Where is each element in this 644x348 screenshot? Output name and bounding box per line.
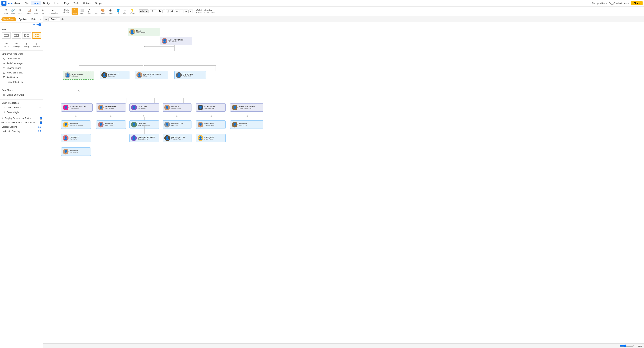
share-button[interactable]: Share xyxy=(631,1,642,5)
create-sub-chart-item[interactable]: ⊕ Create Sub-Chart xyxy=(2,93,41,97)
menu-page[interactable]: Page xyxy=(62,1,72,5)
add-assistant-item[interactable]: ⊕ Add Assistant xyxy=(2,56,41,61)
font-color-button[interactable]: A xyxy=(184,10,188,13)
menu-insert[interactable]: Insert xyxy=(52,1,62,5)
strikethrough-button[interactable]: S xyxy=(170,10,174,13)
public-relations-node[interactable]: 👤 PUBLIC RELATIONS Ernest Hernandez xyxy=(230,103,264,112)
font-size-input[interactable] xyxy=(150,10,157,13)
grounds-node[interactable]: 👤 GROUNDS Kate Bush-White xyxy=(130,120,159,129)
zoom-out-icon[interactable]: − xyxy=(617,345,618,347)
help-link[interactable]: Help xyxy=(33,23,38,26)
graduate-node[interactable]: 👤 GRADUATE STUDIES Marvin Lee xyxy=(135,71,168,79)
styles-button[interactable]: 🎨 Styles xyxy=(100,8,106,15)
italic-button[interactable]: I xyxy=(162,10,166,13)
page1-tab[interactable]: Page 1 xyxy=(48,18,60,21)
building-services-node[interactable]: 👤 BUILDING SERVICES Cassie Bonne xyxy=(130,134,159,142)
dean-node[interactable]: 👤 DEAN Peter Murphy xyxy=(128,28,160,36)
bullet-button[interactable]: ≡ Bullet xyxy=(196,9,202,11)
fill-button[interactable]: 🪣 Fill xyxy=(115,8,121,15)
menu-home[interactable]: Home xyxy=(31,1,41,5)
add-page-button[interactable]: ⊕ xyxy=(60,18,64,21)
bold-button[interactable]: B xyxy=(158,10,162,13)
finance-node[interactable]: 👤 FINANCE Lydia Chance xyxy=(163,103,192,112)
font-family-select[interactable]: Arial xyxy=(138,9,148,13)
panel-close-button[interactable]: ✕ xyxy=(39,18,42,21)
menu-support[interactable]: Support xyxy=(93,1,105,5)
controller-node[interactable]: 👤 CONTROLLER Henry Hill xyxy=(163,120,192,129)
add-picture-item[interactable]: 🖼 Add Picture xyxy=(2,75,41,80)
deans-office-node[interactable]: 👤 DEAN'S OFFICE Mike Fox xyxy=(63,71,94,80)
menu-table[interactable]: Table xyxy=(72,1,81,5)
auxiliary-title: AUXILIARY STAFF xyxy=(168,39,184,41)
help-icon[interactable]: ? xyxy=(38,23,41,26)
add-down-button[interactable]: ↓ Add Down xyxy=(32,41,41,48)
use-ctrl-arrows-checkbox[interactable] xyxy=(40,121,42,124)
chart-direction-item[interactable]: ↕ Chart Direction ▾ xyxy=(2,105,41,110)
president4-node[interactable]: 👤 PRESIDENT Star Matson xyxy=(61,147,91,156)
facilities-content: FACILITIES Silvia Lewis xyxy=(138,106,147,109)
select-button[interactable]: ↖ Select xyxy=(72,8,78,15)
underline-button[interactable]: U xyxy=(166,10,170,13)
academic-affairs-node[interactable]: 👤 ACADEMIC AFFAIRS Kate Williams xyxy=(61,103,92,112)
add-right-button[interactable]: → Add Right xyxy=(12,41,21,48)
use-ctrl-arrows-item[interactable]: ⌨ Use Ctrl+Arrows to Add Shapes xyxy=(0,120,43,125)
paste-button[interactable]: 📋 Paste xyxy=(26,8,32,15)
build-layout-2[interactable] xyxy=(12,32,21,39)
branch-style-item[interactable]: ⑂ Branch Style ▾ xyxy=(2,110,41,115)
president2-node[interactable]: 👤 PRESIDENT Robin Short xyxy=(96,120,126,129)
add-up-button[interactable]: ↑ Add Up xyxy=(22,41,31,48)
zoom-in-icon[interactable]: + xyxy=(635,345,636,347)
facilities-node[interactable]: 👤 FACILITIES Silvia Lewis xyxy=(130,103,159,112)
menu-file[interactable]: File xyxy=(23,1,30,5)
build-layout-3[interactable] xyxy=(22,32,31,39)
export-button[interactable]: ⬆ Export xyxy=(2,8,9,15)
symbols-tab[interactable]: Symbols xyxy=(17,17,29,21)
president6-node[interactable]: 👤 PRESIDENT Billy Cordan xyxy=(230,120,264,129)
effects-button[interactable]: ✨ Effects xyxy=(128,8,136,15)
superscript-button[interactable]: x² xyxy=(174,10,179,13)
community-node[interactable]: 👤 COMMUNITY Lou Silva xyxy=(100,71,130,79)
align-button[interactable]: ⊞ Align xyxy=(196,12,202,14)
president7-node[interactable]: 👤 PRESIDENT Dylan Forth xyxy=(196,134,226,142)
build-layout-1[interactable] xyxy=(2,32,11,39)
print-button[interactable]: 🖨 Print xyxy=(16,8,23,15)
development-node[interactable]: 👤 DEVELOPMENT Holly Greene xyxy=(96,103,126,112)
make-same-size-item[interactable]: ⊞ Make Same Size xyxy=(2,70,41,75)
display-smartaction-item[interactable]: ⊞ Display SmartAction Buttons xyxy=(0,116,43,120)
add-co-manager-item[interactable]: ⊕ Add Co-Manager xyxy=(2,61,41,66)
format-painter-button[interactable]: 🖌 Format Painter xyxy=(46,8,60,15)
text-button[interactable]: T Text xyxy=(93,8,99,15)
exhibitions-node[interactable]: 👤 EXHIBITIONS Jason Patrick xyxy=(196,103,226,112)
president5-node[interactable]: 👤 PRESIDENT Sydney Small xyxy=(196,120,226,129)
auxiliary-node[interactable]: 👤 AUXILIARY STAFF Ronald Cox xyxy=(160,37,192,45)
tab-prev-arrow[interactable]: ◀ xyxy=(44,18,48,21)
cut-button[interactable]: ✂ Cut xyxy=(40,8,46,15)
programs-node[interactable]: 👤 PROGRAMS Phillip Bert xyxy=(174,71,206,79)
copy-button[interactable]: ⎘ Copy xyxy=(33,8,39,15)
finance-office-node[interactable]: 👤 FINANCE OFFICE Fiona Anderson xyxy=(163,134,192,142)
undo-button[interactable]: ↩ Undo xyxy=(62,9,69,11)
spacing-button[interactable]: ↕ Spacing xyxy=(204,9,217,11)
display-smartaction-checkbox[interactable] xyxy=(40,117,42,119)
themes-button[interactable]: ◈ Themes xyxy=(106,8,114,15)
menu-design[interactable]: Design xyxy=(41,1,52,5)
redo-button[interactable]: ↪ Redo xyxy=(62,11,69,13)
line2-button[interactable]: ─ Line xyxy=(122,8,128,15)
line-button[interactable]: ╱ Line xyxy=(86,8,92,15)
font-clear-button[interactable]: ✕ xyxy=(188,10,193,13)
text-direction-button[interactable]: ↔ Text Direction xyxy=(204,12,217,14)
smartpanel-tab[interactable]: SmartPanel xyxy=(2,17,16,21)
president3-node[interactable]: 👤 PRESIDENT Ilya Misha xyxy=(61,134,91,142)
share-toolbar-button[interactable]: 🔗 Share xyxy=(10,8,16,15)
change-shape-item[interactable]: ⬡ Change Shape ▾ xyxy=(2,66,41,70)
president1-node[interactable]: 👤 PRESIDENT Melissa McGroom xyxy=(61,120,91,129)
menu-options[interactable]: Options xyxy=(81,1,93,5)
add-left-button[interactable]: ← Add Left Add Left xyxy=(2,41,11,48)
build-layout-4[interactable] xyxy=(32,32,41,39)
shape-button[interactable]: ⬜ Shape xyxy=(79,8,86,15)
data-tab[interactable]: Data xyxy=(30,17,38,21)
draw-dotted-line-item[interactable]: … Draw Dotted Line xyxy=(2,80,41,84)
subscript-button[interactable]: x₂ xyxy=(179,10,184,13)
zoom-slider[interactable] xyxy=(620,344,634,347)
canvas[interactable]: 👤 DEAN Peter Murphy 👤 AUXILIARY STAFF Ro… xyxy=(43,22,644,343)
